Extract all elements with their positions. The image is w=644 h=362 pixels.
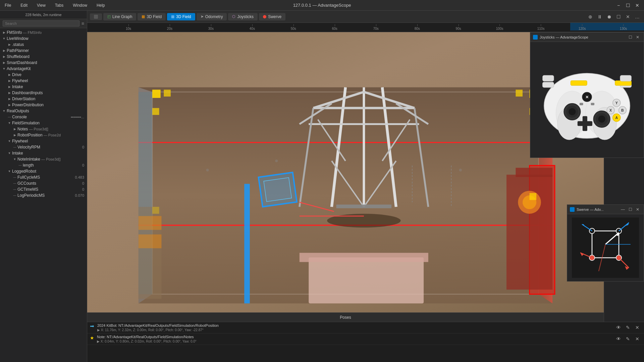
menu-edit[interactable]: Edit xyxy=(18,2,30,8)
tree-item-shuffleboard[interactable]: ▶Shuffleboard xyxy=(0,54,87,60)
swerve-close-btn[interactable]: ✕ xyxy=(634,206,641,213)
tree-item-robotpos[interactable]: ▶RobotPosition — Pose2d xyxy=(0,132,87,138)
joystick-restore-btn[interactable]: ☐ xyxy=(627,34,634,41)
timeline-mark-10s: 10s xyxy=(126,27,131,31)
menu-window[interactable]: Window xyxy=(71,2,89,8)
timeline-mark-130s: 130s xyxy=(620,27,627,31)
tree-item-powerdistribution[interactable]: ▶PowerDistribution xyxy=(0,102,87,108)
svg-rect-6 xyxy=(244,184,250,304)
tree-item-realoutputs[interactable]: ▼RealOutputs xyxy=(0,108,87,114)
tab-swerve-label: Swerve xyxy=(268,14,281,19)
menu-tabs[interactable]: Tabs xyxy=(53,2,65,8)
timeline-mark-80s: 80s xyxy=(415,27,420,31)
svg-rect-82 xyxy=(580,103,583,105)
svg-point-52 xyxy=(459,169,462,171)
screenshot-button[interactable]: ☐ xyxy=(614,13,623,21)
timeline-mark-30s: 30s xyxy=(208,27,214,31)
tab-linegraph[interactable]: ◰ Line Graph xyxy=(103,13,136,20)
search-input[interactable] xyxy=(3,20,79,26)
tab-swerve[interactable]: Swerve xyxy=(259,13,285,20)
tree-item-notes[interactable]: ▶Notes — Pose3d[] xyxy=(0,126,87,132)
svg-rect-60 xyxy=(571,80,587,85)
tree-item-fms[interactable]: ▶FMSInfo — FMSInfo xyxy=(0,29,87,36)
tree-item-flywheel2[interactable]: ▼Flywheel xyxy=(0,138,87,144)
tree-item-noteintake[interactable]: ▼NoteInIntake — Pose3d[] xyxy=(0,156,87,162)
pose-robot-edit-btn[interactable]: ✎ xyxy=(624,323,632,331)
svg-text:✕: ✕ xyxy=(585,95,589,99)
pose-robot-text: 2024 KitBot: NT:/AdvantageKit/RealOutput… xyxy=(97,323,612,332)
pose-robot-title: 2024 KitBot: NT:/AdvantageKit/RealOutput… xyxy=(97,323,612,327)
pose-row-robot: ⮕ 2024 KitBot: NT:/AdvantageKit/RealOutp… xyxy=(87,322,644,334)
pose-nav-icon: ⮕ xyxy=(90,324,95,329)
tab-joysticks-label: Joysticks xyxy=(237,14,254,19)
tree-item-smartdashboard[interactable]: ▶SmartDashboard xyxy=(0,60,87,66)
tree-item-livewindow[interactable]: ▼LiveWindow xyxy=(0,36,87,42)
pose-robot-delete-btn[interactable]: ✕ xyxy=(633,323,641,331)
record-button[interactable]: ⏺ xyxy=(605,13,613,21)
tree-item-fullcyclems[interactable]: —FullCycleMS0.483 xyxy=(0,174,87,180)
menu-view[interactable]: View xyxy=(35,2,48,8)
svg-rect-36 xyxy=(164,89,171,97)
tree-item-fieldsim[interactable]: ▼FieldSimulation xyxy=(0,120,87,126)
svg-text:Y: Y xyxy=(615,101,618,105)
pose-note-text: Note: NT:/AdvantageKit/RealOutputs/Field… xyxy=(97,335,612,343)
filter-icon[interactable]: ≡ xyxy=(82,21,84,26)
svg-rect-44 xyxy=(300,253,428,262)
menu-help[interactable]: Help xyxy=(95,2,107,8)
tree-item-logperiodicms[interactable]: —LogPeriodicMS0.070 xyxy=(0,192,87,198)
svg-rect-11 xyxy=(516,168,552,177)
field-svg xyxy=(87,32,604,322)
timeline-mark-20s: 20s xyxy=(167,27,172,31)
tab-linegraph-icon: ◰ xyxy=(107,14,111,19)
tree-item-intake[interactable]: ▶Intake xyxy=(0,84,87,90)
timeline-mark-90s: 90s xyxy=(456,27,461,31)
joystick-close-btn[interactable]: ✕ xyxy=(634,34,641,41)
swerve-titlebar: Swerve — Adv... — ☐ ✕ xyxy=(567,205,644,214)
tab-3dfield1-label: 3D Field xyxy=(147,14,162,19)
tab-3dfield1[interactable]: ▦ 3D Field xyxy=(138,13,166,20)
pose-note-edit-btn[interactable]: ✎ xyxy=(624,335,632,343)
settings-button[interactable]: ✕ xyxy=(624,13,632,21)
more-button[interactable]: … xyxy=(633,13,641,21)
tree-item-drive[interactable]: ▶Drive xyxy=(0,72,87,78)
menu-file[interactable]: File xyxy=(3,2,13,8)
swerve-minimize-btn[interactable]: — xyxy=(620,206,626,213)
tab-3dfield2[interactable]: ▦ 3D Field xyxy=(167,13,195,20)
tab-3dfield2-label: 3D Field xyxy=(176,14,191,19)
tab-joysticks[interactable]: ⬡ Joysticks xyxy=(228,13,258,20)
tree-item-advantagekit[interactable]: ▼AdvantageKit xyxy=(0,66,87,72)
menu-bar: File Edit View Tabs Window Help xyxy=(3,2,107,8)
tree-item-loggedrobot[interactable]: ▼LoggedRobot xyxy=(0,168,87,174)
tree-item-gccounts[interactable]: —GCCounts0 xyxy=(0,180,87,186)
tree-item-flywheel1[interactable]: ▶Flywheel xyxy=(0,78,87,84)
field-3d-view[interactable]: Poses xyxy=(87,32,604,322)
tree-item-velocityrpm[interactable]: —VelocityRPM0 xyxy=(0,144,87,150)
tree-item-length[interactable]: —length0 xyxy=(0,162,87,168)
timeline[interactable]: 10s20s30s40s50s60s70s80s90s100s110s120s1… xyxy=(87,23,644,32)
pose-note-title: Note: NT:/AdvantageKit/RealOutputs/Field… xyxy=(97,335,612,339)
tree-item-console[interactable]: —Console••••••••... xyxy=(0,114,87,120)
tab-unnamed[interactable] xyxy=(90,13,102,20)
restore-button[interactable]: ☐ xyxy=(624,1,632,9)
tree-item-pathplanner[interactable]: ▶PathPlanner xyxy=(0,48,87,54)
close-button[interactable]: ✕ xyxy=(633,1,641,9)
tree-item-status[interactable]: ▶.status xyxy=(0,42,87,48)
pose-robot-visibility-btn[interactable]: 👁 xyxy=(614,323,623,331)
tree-item-driverstation[interactable]: ▶DriverStation xyxy=(0,96,87,102)
svg-rect-63 xyxy=(620,75,632,81)
svg-point-50 xyxy=(206,169,209,171)
svg-rect-49 xyxy=(139,234,162,248)
pose-note-delete-btn[interactable]: ✕ xyxy=(633,335,641,343)
minimize-button[interactable]: − xyxy=(614,1,623,9)
tree-item-intake2[interactable]: ▼Intake xyxy=(0,150,87,156)
tree-item-gctimems[interactable]: —GCTimeMS0 xyxy=(0,186,87,192)
tab-odometry[interactable]: ➤ Odometry xyxy=(197,13,227,20)
search-bar: ≡ xyxy=(0,19,87,28)
timeline-mark-110s: 110s xyxy=(537,27,545,31)
svg-text:B: B xyxy=(621,108,624,112)
tab-add-button[interactable]: ⊕ xyxy=(586,13,594,21)
swerve-restore-btn[interactable]: ☐ xyxy=(627,206,634,213)
pose-note-visibility-btn[interactable]: 👁 xyxy=(614,335,623,343)
tree-item-dashboardinputs[interactable]: ▶DashboardInputs xyxy=(0,90,87,96)
pause-button[interactable]: ⏸ xyxy=(596,13,604,21)
